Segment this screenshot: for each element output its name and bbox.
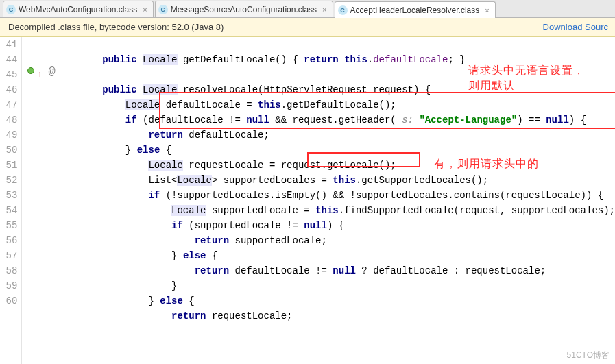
- close-icon[interactable]: ×: [322, 5, 326, 14]
- watermark: 51CTO博客: [567, 350, 610, 361]
- code-editor[interactable]: 414445464748495051525354555657585960 ↑ @…: [0, 37, 615, 364]
- editor-tabbar: C WebMvcAutoConfiguration.class × C Mess…: [0, 0, 615, 18]
- tab-webmvc[interactable]: C WebMvcAutoConfiguration.class ×: [3, 1, 154, 17]
- download-sources-link[interactable]: Download Sourc: [543, 22, 608, 32]
- marker-gutter: ↑ @: [22, 37, 53, 364]
- close-icon[interactable]: ×: [143, 5, 147, 14]
- banner-text: Decompiled .class file, bytecode version…: [8, 22, 224, 32]
- class-file-icon: C: [6, 5, 16, 14]
- line-number-gutter: 414445464748495051525354555657585960: [0, 37, 22, 364]
- annotation-text-2: 有，则用请求头中的: [434, 156, 539, 171]
- override-marker-icon[interactable]: [27, 67, 34, 74]
- class-file-icon: C: [338, 5, 348, 15]
- class-file-icon: C: [158, 5, 168, 14]
- tab-acceptheader[interactable]: C AcceptHeaderLocaleResolver.class ×: [335, 1, 496, 18]
- annotation-text-1: 请求头中无语言设置， 则用默认: [468, 63, 585, 93]
- decompiled-banner: Decompiled .class file, bytecode version…: [0, 18, 615, 37]
- code-area[interactable]: public Locale getDefaultLocale() { retur…: [53, 37, 615, 364]
- tab-label: WebMvcAutoConfiguration.class: [19, 5, 137, 14]
- close-icon[interactable]: ×: [485, 6, 489, 14]
- tab-messagesource[interactable]: C MessageSourceAutoConfiguration.class ×: [155, 1, 333, 17]
- tab-label: MessageSourceAutoConfiguration.class: [171, 5, 317, 14]
- implements-up-icon[interactable]: ↑: [37, 67, 42, 82]
- tab-label: AcceptHeaderLocaleResolver.class: [350, 5, 480, 15]
